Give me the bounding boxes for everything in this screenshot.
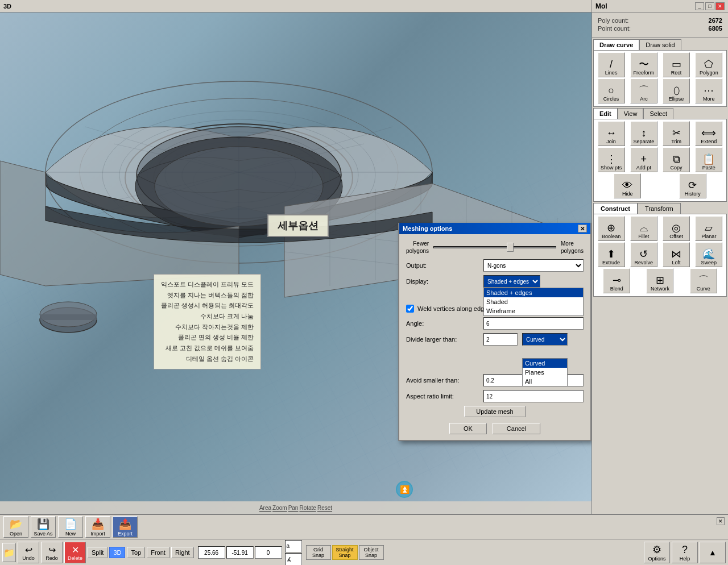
undo-label: Undo <box>22 555 35 561</box>
rotate-button[interactable]: Rotate <box>299 505 316 511</box>
delete-button[interactable]: ✕ Delete <box>64 542 86 563</box>
arc-tool[interactable]: ⌒ Arc <box>630 78 657 103</box>
trim-tool[interactable]: ✂ Trim <box>663 121 690 146</box>
file-save-mini-button[interactable]: 📁 <box>2 543 16 562</box>
paste-tool[interactable]: 📋 Paste <box>695 147 722 172</box>
tab-edit[interactable]: Edit <box>593 108 618 119</box>
show-pts-tool[interactable]: ⋮ Show pts <box>598 147 625 172</box>
paste-icon: 📋 <box>702 154 715 164</box>
tab-construct[interactable]: Construct <box>593 203 638 214</box>
export-button[interactable]: 📤 Export <box>113 516 138 538</box>
divide-input[interactable] <box>483 333 518 346</box>
blend-tool[interactable]: ⊸ Blend <box>603 268 630 293</box>
divide-curved-item[interactable]: Curved <box>523 359 567 368</box>
help-button[interactable]: ? Help <box>672 542 698 563</box>
lines-tool[interactable]: / Lines <box>598 52 625 77</box>
extend-tool[interactable]: ⟺ Extend <box>695 121 722 146</box>
sweep-tool[interactable]: 🌊 Sweep <box>695 242 722 267</box>
viewport-3d[interactable]: 익스포트 디스플레이 프리뷰 모드 엣지를 지나는 버텍스들의 점합 폴리곤 생… <box>0 13 592 514</box>
dialog-title: Meshing options <box>403 225 452 232</box>
grid-snap-button[interactable]: Grid Snap <box>306 545 331 560</box>
x-coord[interactable] <box>198 546 225 559</box>
more-curves-tool[interactable]: ⋯ More <box>695 78 722 103</box>
display-select[interactable]: Shaded + edges Shaded Wireframe <box>483 275 540 288</box>
pan-button[interactable]: Pan <box>288 505 299 511</box>
display-option-wireframe-item[interactable]: Wireframe <box>484 306 583 315</box>
angle-input-a[interactable] <box>285 540 302 552</box>
circles-tool[interactable]: ○ Circles <box>598 78 625 103</box>
extrude-tool[interactable]: ⬆ Extrude <box>598 242 625 267</box>
network-tool[interactable]: ⊞ Network <box>646 268 673 293</box>
ok-button[interactable]: OK <box>449 423 487 434</box>
z-coord[interactable] <box>255 546 282 559</box>
expand-panel-button[interactable]: ▲ <box>700 542 726 563</box>
join-tool[interactable]: ↔ Join <box>598 121 625 146</box>
straight-snap-button[interactable]: Straight Snap <box>332 545 358 560</box>
tab-select[interactable]: Select <box>643 108 673 119</box>
separate-tool[interactable]: ↕ Separate <box>630 121 657 146</box>
open-button[interactable]: 📂 Open <box>3 516 28 538</box>
3d-view-button[interactable]: 3D <box>109 547 125 558</box>
maximize-button[interactable]: □ <box>705 2 714 10</box>
history-tool[interactable]: ⟳ History <box>679 173 706 198</box>
divide-all-item[interactable]: All <box>523 377 567 386</box>
right-view-button[interactable]: Right <box>171 547 194 558</box>
meshing-options-dialog[interactable]: Meshing options ✕ Fewerpolygons Morepoly… <box>398 223 592 441</box>
reset-button[interactable]: Reset <box>317 505 332 511</box>
options-button[interactable]: ⚙ Options <box>644 542 670 563</box>
split-view-button[interactable]: Split <box>88 547 107 558</box>
divide-planes-item[interactable]: Planes <box>523 368 567 377</box>
angle-input-b[interactable] <box>285 553 302 566</box>
display-option-shaded-edges-item[interactable]: Shaded + edges <box>484 288 583 297</box>
planar-label: Planar <box>701 234 716 239</box>
tab-draw-curve[interactable]: Draw curve <box>593 39 639 50</box>
rect-tool[interactable]: ▭ Rect <box>663 52 690 77</box>
object-snap-button[interactable]: Object Snap <box>359 545 384 560</box>
ellipse-tool[interactable]: ⬯ Ellipse <box>663 78 690 103</box>
new-button[interactable]: 📄 New <box>58 516 83 538</box>
polygon-slider-thumb[interactable] <box>507 243 514 252</box>
hide-tool[interactable]: 👁 Hide <box>614 173 641 198</box>
aspect-input[interactable] <box>483 390 584 402</box>
update-mesh-button[interactable]: Update mesh <box>464 406 525 417</box>
save-as-button[interactable]: 💾 Save As <box>31 516 56 538</box>
fillet-tool[interactable]: ⌓ Fillet <box>630 216 657 241</box>
delete-label: Delete <box>68 555 82 561</box>
y-coord[interactable] <box>226 546 254 559</box>
revolve-tool[interactable]: ↺ Revolve <box>630 242 657 267</box>
front-view-button[interactable]: Front <box>147 547 169 558</box>
output-select[interactable]: N-gons <box>483 259 584 272</box>
weld-vertices-checkbox[interactable] <box>406 305 414 313</box>
redo-button[interactable]: ↪ Redo <box>41 542 63 563</box>
display-label: Display: <box>406 278 480 285</box>
cancel-button[interactable]: Cancel <box>493 423 540 434</box>
top-view-button[interactable]: Top <box>127 547 145 558</box>
minimize-button[interactable]: _ <box>695 2 704 10</box>
open-label: Open <box>10 531 22 537</box>
boolean-tool[interactable]: ⊕ Boolean <box>598 216 625 241</box>
curve-tool[interactable]: ⌒ Curve <box>690 268 717 293</box>
divide-type-select[interactable]: Curved <box>522 333 568 346</box>
planar-tool[interactable]: ▱ Planar <box>695 216 722 241</box>
zoom-button[interactable]: Zoom <box>272 505 287 511</box>
undo-button[interactable]: ↩ Undo <box>18 542 39 563</box>
tab-view[interactable]: View <box>618 108 644 119</box>
curve-construct-icon: ⌒ <box>698 275 709 285</box>
offset-tool[interactable]: ◎ Offset <box>663 216 690 241</box>
display-option-shaded-item[interactable]: Shaded <box>484 297 583 306</box>
polygon-tool[interactable]: ⬠ Polygon <box>695 52 722 77</box>
dialog-close-button[interactable]: ✕ <box>578 225 587 232</box>
file-toolbar-close[interactable]: ✕ <box>717 517 725 525</box>
area-button[interactable]: Area <box>259 505 271 511</box>
freeform-tool[interactable]: 〜 Freeform <box>630 52 657 77</box>
add-pt-tool[interactable]: + Add pt <box>630 147 657 172</box>
polygon-slider-track[interactable] <box>433 246 556 248</box>
copy-tool[interactable]: ⧉ Copy <box>663 147 690 172</box>
tab-draw-solid[interactable]: Draw solid <box>639 39 681 50</box>
tab-transform[interactable]: Transform <box>638 203 681 214</box>
angle-input[interactable] <box>483 317 584 330</box>
loft-tool[interactable]: ⋈ Loft <box>663 242 690 267</box>
close-button[interactable]: ✕ <box>715 2 725 10</box>
curve-label: Curve <box>697 286 710 292</box>
import-button[interactable]: 📥 Import <box>85 516 110 538</box>
